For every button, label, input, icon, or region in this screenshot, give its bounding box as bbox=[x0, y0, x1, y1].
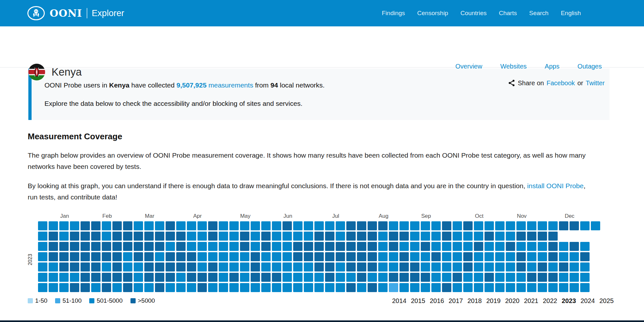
heatmap-cell[interactable] bbox=[293, 242, 303, 251]
heatmap-cell[interactable] bbox=[357, 283, 366, 292]
heatmap-cell[interactable] bbox=[197, 232, 207, 241]
heatmap-cell[interactable] bbox=[240, 242, 249, 251]
heatmap-cell[interactable] bbox=[272, 221, 281, 230]
heatmap-cell[interactable] bbox=[49, 273, 58, 282]
heatmap-cell[interactable] bbox=[506, 283, 515, 292]
heatmap-cell[interactable] bbox=[389, 262, 398, 271]
heatmap-cell[interactable] bbox=[463, 242, 473, 251]
heatmap-cell[interactable] bbox=[516, 232, 526, 241]
heatmap-cell[interactable] bbox=[570, 273, 579, 282]
heatmap-cell[interactable] bbox=[591, 221, 600, 230]
heatmap-cell[interactable] bbox=[166, 283, 175, 292]
heatmap-cell[interactable] bbox=[442, 252, 451, 261]
heatmap-cell[interactable] bbox=[251, 221, 260, 230]
heatmap-cell[interactable] bbox=[495, 283, 505, 292]
share-facebook-link[interactable]: Facebook bbox=[546, 79, 575, 87]
heatmap-cell[interactable] bbox=[70, 262, 79, 271]
heatmap-cell[interactable] bbox=[431, 252, 441, 261]
heatmap-cell[interactable] bbox=[251, 283, 260, 292]
heatmap-cell[interactable] bbox=[431, 262, 441, 271]
heatmap-cell[interactable] bbox=[325, 232, 334, 241]
heatmap-cell[interactable] bbox=[251, 262, 260, 271]
heatmap-cell[interactable] bbox=[548, 262, 558, 271]
heatmap-cell[interactable] bbox=[336, 252, 345, 261]
year-option-2018[interactable]: 2018 bbox=[467, 297, 482, 305]
heatmap-cell[interactable] bbox=[346, 221, 356, 230]
year-option-2016[interactable]: 2016 bbox=[430, 297, 444, 305]
heatmap-cell[interactable] bbox=[410, 273, 419, 282]
heatmap-cell[interactable] bbox=[453, 283, 462, 292]
heatmap-cell[interactable] bbox=[112, 252, 122, 261]
heatmap-cell[interactable] bbox=[102, 273, 111, 282]
heatmap-cell[interactable] bbox=[166, 221, 175, 230]
heatmap-cell[interactable] bbox=[410, 283, 419, 292]
heatmap-cell[interactable] bbox=[38, 232, 47, 241]
heatmap-cell[interactable] bbox=[59, 221, 69, 230]
heatmap-cell[interactable] bbox=[336, 232, 345, 241]
heatmap-cell[interactable] bbox=[559, 252, 568, 261]
heatmap-cell[interactable] bbox=[229, 262, 239, 271]
heatmap-cell[interactable] bbox=[389, 242, 398, 251]
heatmap-cell[interactable] bbox=[485, 232, 494, 241]
heatmap-cell[interactable] bbox=[134, 262, 143, 271]
heatmap-cell[interactable] bbox=[378, 232, 388, 241]
heatmap-cell[interactable] bbox=[548, 221, 558, 230]
heatmap-cell[interactable] bbox=[399, 242, 409, 251]
heatmap-cell[interactable] bbox=[197, 273, 207, 282]
heatmap-cell[interactable] bbox=[463, 232, 473, 241]
heatmap-cell[interactable] bbox=[368, 221, 377, 230]
heatmap-cell[interactable] bbox=[580, 221, 590, 230]
year-option-2020[interactable]: 2020 bbox=[505, 297, 520, 305]
heatmap-cell[interactable] bbox=[580, 283, 590, 292]
heatmap-cell[interactable] bbox=[208, 242, 217, 251]
brand[interactable]: OONI Explorer bbox=[27, 6, 124, 21]
heatmap-cell[interactable] bbox=[548, 242, 558, 251]
nav-link-censorship[interactable]: Censorship bbox=[417, 10, 448, 17]
heatmap-cell[interactable] bbox=[431, 242, 441, 251]
heatmap-cell[interactable] bbox=[495, 232, 505, 241]
heatmap-cell[interactable] bbox=[516, 242, 526, 251]
heatmap-cell[interactable] bbox=[399, 252, 409, 261]
heatmap-cell[interactable] bbox=[272, 252, 281, 261]
year-option-2017[interactable]: 2017 bbox=[449, 297, 463, 305]
heatmap-cell[interactable] bbox=[325, 221, 334, 230]
heatmap-cell[interactable] bbox=[410, 252, 419, 261]
heatmap-cell[interactable] bbox=[123, 242, 132, 251]
heatmap-cell[interactable] bbox=[580, 262, 590, 271]
heatmap-cell[interactable] bbox=[410, 232, 419, 241]
heatmap-cell[interactable] bbox=[580, 273, 590, 282]
heatmap-cell[interactable] bbox=[261, 252, 271, 261]
heatmap-cell[interactable] bbox=[485, 221, 494, 230]
heatmap-cell[interactable] bbox=[70, 221, 79, 230]
heatmap-cell[interactable] bbox=[389, 283, 398, 292]
heatmap-cell[interactable] bbox=[314, 232, 324, 241]
heatmap-cell[interactable] bbox=[208, 252, 217, 261]
heatmap-cell[interactable] bbox=[421, 242, 430, 251]
heatmap-cell[interactable] bbox=[495, 252, 505, 261]
heatmap-cell[interactable] bbox=[283, 242, 292, 251]
heatmap-cell[interactable] bbox=[516, 283, 526, 292]
heatmap-cell[interactable] bbox=[261, 273, 271, 282]
heatmap-cell[interactable] bbox=[506, 221, 515, 230]
heatmap-cell[interactable] bbox=[474, 232, 483, 241]
heatmap-cell[interactable] bbox=[368, 242, 377, 251]
heatmap-cell[interactable] bbox=[463, 273, 473, 282]
heatmap-cell[interactable] bbox=[410, 262, 419, 271]
heatmap-cell[interactable] bbox=[283, 252, 292, 261]
heatmap-cell[interactable] bbox=[59, 252, 69, 261]
heatmap-cell[interactable] bbox=[346, 283, 356, 292]
heatmap-cell[interactable] bbox=[421, 262, 430, 271]
heatmap-cell[interactable] bbox=[495, 221, 505, 230]
heatmap-cell[interactable] bbox=[421, 273, 430, 282]
heatmap-cell[interactable] bbox=[559, 262, 568, 271]
install-ooni-probe-link[interactable]: install OONI Probe bbox=[527, 182, 583, 189]
heatmap-cell[interactable] bbox=[485, 283, 494, 292]
heatmap-cell[interactable] bbox=[38, 221, 47, 230]
tab-apps[interactable]: Apps bbox=[545, 63, 560, 70]
heatmap-cell[interactable] bbox=[516, 221, 526, 230]
heatmap-cell[interactable] bbox=[112, 283, 122, 292]
heatmap-cell[interactable] bbox=[336, 262, 345, 271]
heatmap-cell[interactable] bbox=[399, 262, 409, 271]
heatmap-cell[interactable] bbox=[570, 252, 579, 261]
heatmap-cell[interactable] bbox=[516, 252, 526, 261]
